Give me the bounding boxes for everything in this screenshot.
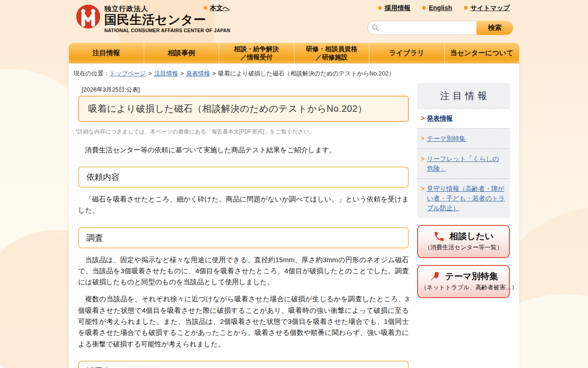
theme-feature-banner-title: テーマ別特集	[445, 270, 498, 282]
site-container: 独立行政法人 国民生活センター NATIONAL CONSUMER AFFAIR…	[69, 0, 519, 368]
breadcrumb-current: 吸着により破損した磁石（相談解決のためのテストからNo.202）	[218, 70, 395, 77]
breadcrumb-link-home[interactable]: トップページ	[109, 70, 146, 77]
attention-info-box: 注目情報 > 発表情報 > テーマ別特集 >	[417, 83, 510, 218]
search-button[interactable]: 検索	[476, 21, 513, 35]
sidebar-item-leaflet[interactable]: > リーフレット「くらしの危険」	[417, 149, 510, 178]
skip-to-content-link[interactable]: 本文へ	[204, 4, 229, 12]
section-paragraph: 複数の当該品を、それぞれ徐々に近づけながら吸着させた場合に破損が生じるかを調査し…	[78, 293, 409, 349]
content-panel: 現在の位置：トップページ>注目情報>発表情報>吸着により破損した磁石（相談解決の…	[69, 63, 519, 368]
sidebar: 注目情報 > 発表情報 > テーマ別特集 >	[417, 83, 510, 298]
recruit-link[interactable]: 採用情報	[378, 4, 410, 12]
breadcrumb-link-attention[interactable]: 注目情報	[154, 70, 178, 77]
search-bar: 検索	[368, 21, 513, 35]
chevron-right-icon: >	[421, 134, 424, 144]
chevron-right-icon: >	[421, 184, 424, 213]
page: 独立行政法人 国民生活センター NATIONAL CONSUMER AFFAIR…	[0, 0, 588, 368]
section-heading-investigation: 調査	[78, 227, 409, 248]
org-name-en: NATIONAL CONSUMER AFFAIRS CENTER OF JAPA…	[104, 28, 230, 33]
orange-bullet-icon	[464, 6, 468, 10]
publication-date: [2026年3月25日:公表]	[82, 86, 409, 94]
consultation-banner[interactable]: 相談したい （消費生活センター等一覧）	[417, 225, 510, 258]
utility-links: 採用情報 English サイトマップ	[378, 4, 510, 12]
nav-item-dispute-resolution[interactable]: 相談・紛争解決 ／情報受付	[219, 43, 294, 63]
chevron-right-icon: >	[421, 114, 424, 123]
consultation-banner-subtitle: （消費生活センター等一覧）	[421, 243, 506, 252]
nav-item-about[interactable]: 当センターについて	[444, 43, 520, 63]
breadcrumb: 現在の位置：トップページ>注目情報>発表情報>吸着により破損した磁石（相談解決の…	[69, 63, 519, 80]
pushpin-icon	[429, 270, 441, 282]
intro-paragraph: 消費生活センター等の依頼に基づいて実施した商品テスト結果をご紹介します。	[78, 144, 409, 155]
nav-item-training[interactable]: 研修・相談員資格 ／研修施設	[294, 43, 369, 63]
sitemap-link[interactable]: サイトマップ	[464, 4, 510, 12]
sidebar-link: テーマ別特集	[427, 134, 466, 144]
logo-icon	[76, 4, 101, 29]
orange-bullet-icon	[204, 6, 207, 10]
pdf-note: *詳細な内容につきましては、本ページの最後にある「報告書本文[PDF形式]」をご…	[75, 128, 409, 136]
consultation-banner-title: 相談したい	[449, 230, 493, 242]
breadcrumb-prefix: 現在の位置：	[74, 70, 109, 77]
section-advice: 消費者へのアドバイス ネオジム磁石は、粉状の材料を成形し焼結したものであり、強い…	[78, 361, 409, 368]
section-paragraph: 「磁石を吸着させたところ、細かく砕けた。商品に問題がないか調べてほしい。」という…	[78, 194, 409, 216]
attention-box-title: 注目情報	[417, 83, 510, 108]
main-content: [2026年3月25日:公表] 吸着により破損した磁石（相談解決のためのテストか…	[78, 80, 409, 368]
section-heading-request: 依頼内容	[78, 167, 409, 188]
nav-item-library[interactable]: ライブラリ	[369, 43, 444, 63]
theme-feature-banner[interactable]: テーマ別特集 （ネットトラブル、高齢者被害…）	[417, 265, 510, 298]
theme-feature-banner-subtitle: （ネットトラブル、高齢者被害…）	[421, 283, 506, 292]
sidebar-item-announcements[interactable]: > 発表情報	[417, 108, 510, 128]
main-navigation: 注目情報 相談事例 相談・紛争解決 ／情報受付 研修・相談員資格 ／研修施設 ラ…	[69, 43, 519, 63]
breadcrumb-link-announcements[interactable]: 発表情報	[186, 70, 210, 77]
orange-bullet-icon	[422, 6, 426, 10]
english-link[interactable]: English	[422, 4, 452, 12]
chevron-right-icon: >	[421, 154, 424, 173]
sidebar-item-theme-features[interactable]: > テーマ別特集	[417, 128, 510, 149]
section-request: 依頼内容 「磁石を吸着させたところ、細かく砕けた。商品に問題がないか調べてほしい…	[78, 167, 409, 216]
sidebar-item-watch-info[interactable]: > 見守り情報（高齢者・障がい者・子ども・若者のトラブル防止）	[417, 178, 510, 218]
nav-item-cases[interactable]: 相談事例	[144, 43, 219, 63]
org-name: 国民生活センター	[104, 13, 230, 26]
section-investigation: 調査 当該品は、固定や掲示など様々な用途に使用できる、直径約15mm、厚さ約3m…	[78, 227, 409, 350]
orange-bullet-icon	[378, 6, 382, 10]
sidebar-link: リーフレット「くらしの危険」	[427, 154, 505, 173]
nav-item-attention[interactable]: 注目情報	[69, 43, 144, 63]
sidebar-link: 発表情報	[427, 114, 452, 123]
site-header: 独立行政法人 国民生活センター NATIONAL CONSUMER AFFAIR…	[69, 0, 519, 43]
sidebar-link: 見守り情報（高齢者・障がい者・子ども・若者のトラブル防止）	[427, 184, 505, 213]
search-input[interactable]	[368, 21, 476, 35]
section-heading-advice: 消費者へのアドバイス	[78, 361, 409, 368]
section-paragraph: 当該品は、固定や掲示など様々な用途に使用できる、直径約15mm、厚さ約3mmの円…	[78, 254, 409, 288]
page-title: 吸着により破損した磁石（相談解決のためのテストからNo.202）	[78, 96, 409, 122]
phone-icon	[433, 230, 445, 242]
